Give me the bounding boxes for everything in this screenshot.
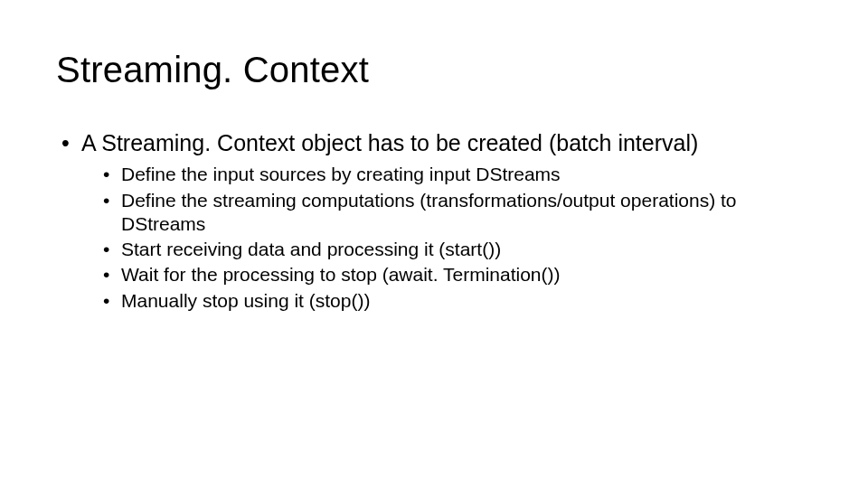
list-item-text: Manually stop using it (stop()): [121, 290, 370, 311]
list-item: Define the streaming computations (trans…: [103, 189, 814, 237]
list-item-text: Define the streaming computations (trans…: [121, 190, 737, 234]
list-item: Start receiving data and processing it (…: [103, 238, 814, 261]
list-item-text: Define the input sources by creating inp…: [121, 164, 561, 184]
list-item-text: Wait for the processing to stop (await. …: [121, 264, 561, 285]
slide: Streaming. Context A Streaming. Context …: [0, 0, 868, 488]
list-item: A Streaming. Context object has to be cr…: [61, 129, 814, 313]
bullet-list-level2: Define the input sources by creating inp…: [81, 163, 814, 313]
slide-title: Streaming. Context: [56, 50, 814, 89]
list-item-text: Start receiving data and processing it (…: [121, 239, 501, 259]
list-item: Manually stop using it (stop()): [103, 289, 814, 313]
list-item: Wait for the processing to stop (await. …: [103, 263, 814, 286]
bullet-list-level1: A Streaming. Context object has to be cr…: [54, 129, 814, 313]
list-item: Define the input sources by creating inp…: [103, 163, 814, 186]
list-item-text: A Streaming. Context object has to be cr…: [81, 130, 698, 155]
